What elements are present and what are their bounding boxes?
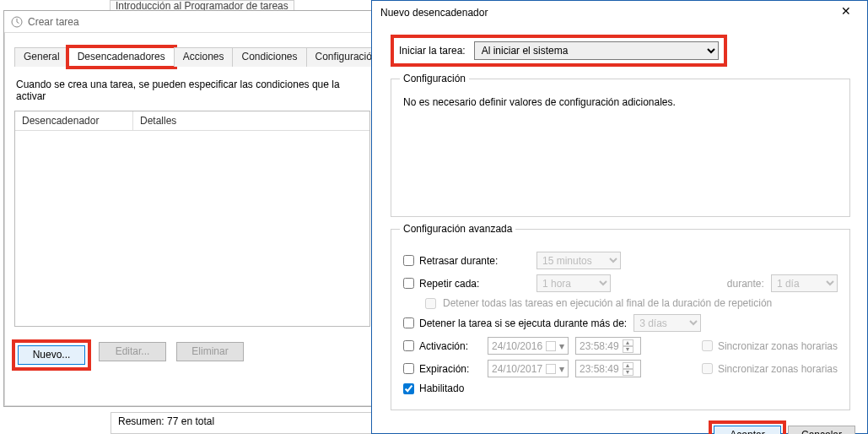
stop-if-checkbox[interactable] <box>403 317 414 328</box>
delay-checkbox[interactable] <box>403 255 414 266</box>
stop-if-label: Detener la tarea si se ejecuta durante m… <box>419 317 627 329</box>
expiration-label: Expiración: <box>419 363 469 375</box>
chevron-down-icon: ▾ <box>559 363 564 375</box>
tab-actions[interactable]: Acciones <box>174 47 234 67</box>
col-details[interactable]: Detalles <box>133 111 369 130</box>
activation-date: 24/10/2016 ▾ <box>488 337 569 355</box>
repeat-checkbox[interactable] <box>403 278 414 289</box>
repeat-label: Repetir cada: <box>419 278 479 290</box>
enabled-checkbox[interactable] <box>403 383 414 394</box>
edit-button: Editar... <box>99 342 166 361</box>
start-task-label: Iniciar la tarea: <box>399 45 466 57</box>
clock-icon <box>11 16 23 28</box>
config-legend: Configuración <box>400 73 469 84</box>
new-trigger-dialog: Nuevo desencadenador ✕ Iniciar la tarea:… <box>371 0 868 434</box>
activation-label: Activación: <box>419 340 468 352</box>
close-icon[interactable]: ✕ <box>830 3 862 22</box>
enabled-label: Habilitado <box>419 382 464 394</box>
new-trigger-title: Nuevo desencadenador <box>380 7 488 19</box>
tab-description: Cuando se crea una tarea, se pueden espe… <box>16 79 369 102</box>
create-task-title: Crear tarea <box>28 16 79 28</box>
library-window-title: Introducción al Programador de tareas <box>110 0 294 10</box>
stop-all-checkbox <box>425 298 436 309</box>
tab-triggers[interactable]: Desencadenadores <box>68 47 175 67</box>
delay-select: 15 minutos <box>536 252 621 269</box>
triggers-list[interactable]: Desencadenador Detalles <box>14 111 370 327</box>
summary-text: Resumen: 77 en total <box>111 412 380 434</box>
create-task-tabs: General Desencadenadores Acciones Condic… <box>14 46 370 67</box>
tab-general[interactable]: General <box>14 47 69 67</box>
tab-conditions[interactable]: Condiciones <box>232 47 306 67</box>
repeat-select: 1 hora <box>536 274 611 292</box>
ok-button[interactable]: Aceptar <box>714 426 781 434</box>
create-task-titlebar: Crear tarea <box>4 11 380 33</box>
col-trigger[interactable]: Desencadenador <box>15 111 133 130</box>
config-text: No es necesario definir valores de confi… <box>403 96 838 108</box>
sync-tz-checkbox-2 <box>702 363 713 374</box>
chevron-down-icon: ▾ <box>559 340 564 352</box>
advanced-legend: Configuración avanzada <box>400 223 515 235</box>
duration-label: durante: <box>727 278 764 290</box>
sync-tz-label-1: Sincronizar zonas horarias <box>718 340 838 352</box>
stop-all-label: Detener todas las tareas en ejecución al… <box>443 297 772 309</box>
spinner-icon: ▴▾ <box>623 362 633 376</box>
spinner-icon: ▴▾ <box>623 339 633 353</box>
expiration-checkbox[interactable] <box>403 363 414 374</box>
activation-checkbox[interactable] <box>403 340 414 351</box>
new-button[interactable]: Nuevo... <box>18 345 85 365</box>
delete-button: Eliminar <box>176 342 244 361</box>
delay-label: Retrasar durante: <box>419 255 498 267</box>
sync-tz-checkbox-1 <box>702 340 713 351</box>
calendar-icon <box>546 341 556 351</box>
expiration-date: 24/10/2017 ▾ <box>488 360 569 377</box>
start-task-select[interactable]: Al iniciar el sistema <box>474 41 719 60</box>
calendar-icon <box>546 364 556 374</box>
expiration-time: 23:58:49 ▴▾ <box>575 360 641 377</box>
sync-tz-label-2: Sincronizar zonas horarias <box>718 363 838 375</box>
create-task-dialog: Crear tarea General Desencadenadores Acc… <box>3 10 381 407</box>
activation-time: 23:58:49 ▴▾ <box>575 337 641 355</box>
stop-if-select: 3 días <box>633 314 701 332</box>
duration-select: 1 día <box>771 274 838 292</box>
cancel-button[interactable]: Cancelar <box>788 426 855 434</box>
